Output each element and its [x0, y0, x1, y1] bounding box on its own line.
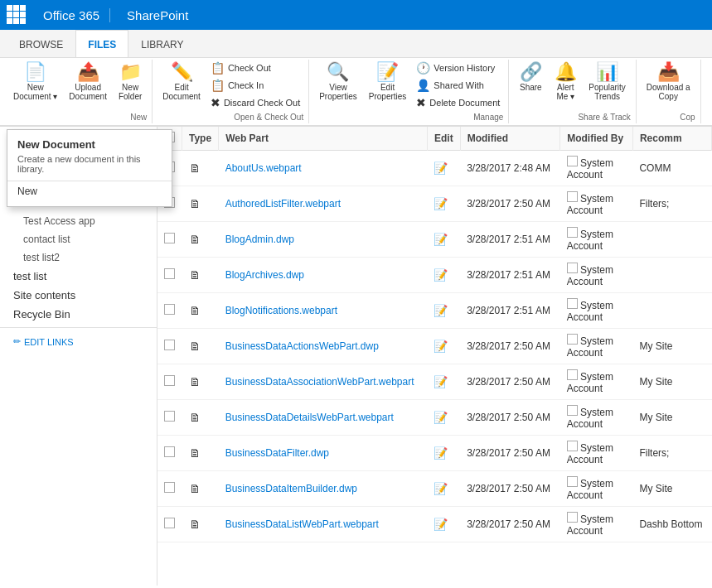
- ribbon-group-copies: 📥 Download aCopy Cop: [637, 60, 701, 123]
- row-modby-checkbox[interactable]: [567, 263, 578, 273]
- col-edit: Edit: [427, 127, 460, 151]
- version-history-button[interactable]: 🕐 Version History: [413, 60, 503, 76]
- upload-document-button[interactable]: 📤 UploadDocument: [64, 60, 112, 104]
- view-properties-button[interactable]: 🔍 ViewProperties: [314, 60, 362, 104]
- sidebar-item-test-list[interactable]: test list: [0, 267, 157, 286]
- ribbon-small-checkout: 📋 Check Out 📋 Check In ✖ Discard Check O…: [207, 60, 303, 111]
- row-name-cell: AuthoredListFilter.webpart: [219, 186, 428, 222]
- edit-links-button[interactable]: ✏ EDIT LINKS: [0, 331, 157, 352]
- row-edit-icon[interactable]: 📝: [433, 233, 448, 246]
- row-checkbox[interactable]: [164, 446, 175, 457]
- dropdown-item-new[interactable]: New: [7, 181, 172, 201]
- file-name-link[interactable]: BusinessDataDetailsWebPart.webpart: [225, 412, 394, 423]
- row-checkbox[interactable]: [164, 233, 175, 243]
- row-edit-icon[interactable]: 📝: [433, 197, 448, 210]
- download-copy-button[interactable]: 📥 Download aCopy: [642, 60, 695, 104]
- row-modby-checkbox[interactable]: [567, 476, 578, 487]
- col-webpart[interactable]: Web Part: [219, 127, 428, 151]
- row-edit-icon[interactable]: 📝: [433, 161, 448, 175]
- file-type-icon: 🗎: [189, 197, 201, 210]
- file-name-link[interactable]: AboutUs.webpart: [225, 162, 302, 174]
- edit-document-button[interactable]: ✏️ EditDocument: [157, 60, 206, 104]
- row-edit-icon[interactable]: 📝: [433, 375, 448, 388]
- file-name-link[interactable]: BusinessDataListWebPart.webpart: [225, 518, 379, 530]
- row-edit-icon[interactable]: 📝: [433, 518, 448, 531]
- new-document-button[interactable]: 📄 NewDocument ▾: [8, 60, 62, 104]
- file-name-link[interactable]: BlogAdmin.dwp: [225, 234, 294, 245]
- product-title[interactable]: Office 365: [33, 8, 110, 22]
- sidebar-item-site-contents[interactable]: Site contents: [0, 286, 157, 305]
- file-name-link[interactable]: AuthoredListFilter.webpart: [225, 198, 341, 210]
- row-modby-checkbox[interactable]: [567, 441, 578, 451]
- row-modified-cell: 3/28/2017 2:48 AM: [460, 151, 560, 186]
- file-type-icon: 🗎: [189, 340, 201, 353]
- tab-files[interactable]: FILES: [75, 30, 128, 57]
- tab-browse[interactable]: BROWSE: [7, 31, 75, 57]
- file-type-icon: 🗎: [189, 268, 201, 282]
- row-modby-checkbox[interactable]: [567, 191, 578, 202]
- row-modby-checkbox[interactable]: [567, 512, 578, 523]
- row-modified-cell: 3/28/2017 2:51 AM: [460, 222, 560, 258]
- row-modified-cell: 3/28/2017 2:50 AM: [460, 364, 560, 400]
- sidebar-item-test-access-app[interactable]: Test Access app: [0, 212, 157, 230]
- row-rec-cell: Dashb Bottom: [632, 507, 711, 542]
- new-folder-button[interactable]: 📁 NewFolder: [114, 60, 147, 104]
- row-modby-checkbox[interactable]: [567, 369, 578, 380]
- row-checkbox[interactable]: [164, 518, 175, 528]
- row-edit-icon[interactable]: 📝: [433, 340, 448, 353]
- col-modified-by[interactable]: Modified By: [560, 127, 633, 151]
- sidebar-item-test-list2[interactable]: test list2: [0, 248, 157, 267]
- row-edit-icon[interactable]: 📝: [433, 482, 448, 495]
- row-modby-checkbox[interactable]: [567, 405, 578, 416]
- popularity-trends-button[interactable]: 📊 PopularityTrends: [584, 60, 630, 104]
- version-history-label: Version History: [433, 63, 495, 73]
- discard-checkout-button[interactable]: ✖ Discard Check Out: [207, 94, 303, 111]
- row-checkbox[interactable]: [164, 482, 175, 493]
- edit-properties-button[interactable]: 📝 EditProperties: [364, 60, 412, 104]
- row-checkbox[interactable]: [164, 340, 175, 350]
- row-checkbox[interactable]: [164, 268, 175, 279]
- share-button[interactable]: 🔗 Share: [514, 60, 547, 95]
- file-name-link[interactable]: BusinessDataItemBuilder.dwp: [225, 483, 357, 494]
- row-name-cell: BusinessDataActionsWebPart.dwp: [219, 329, 428, 364]
- table-row: 🗎 BlogArchives.dwp 📝 3/28/2017 2:51 AM S…: [157, 258, 712, 293]
- row-modby-checkbox[interactable]: [567, 334, 578, 345]
- alert-me-button[interactable]: 🔔 AlertMe ▾: [549, 60, 582, 104]
- row-rec-cell: Filters;: [632, 436, 711, 471]
- row-edit-icon[interactable]: 📝: [433, 411, 448, 424]
- row-checkbox[interactable]: [164, 304, 175, 315]
- file-table: Type Web Part Edit Modified Modified By …: [157, 127, 712, 542]
- row-modified-by-cell: SystemAccount: [560, 436, 633, 471]
- row-edit-icon[interactable]: 📝: [433, 304, 448, 317]
- ribbon-group-copies-label: Cop: [680, 113, 695, 123]
- col-modified[interactable]: Modified: [460, 127, 560, 151]
- check-in-button[interactable]: 📋 Check In: [207, 77, 303, 94]
- row-modby-checkbox[interactable]: [567, 156, 578, 166]
- file-name-link[interactable]: BusinessDataFilter.dwp: [225, 447, 329, 459]
- shared-with-button[interactable]: 👤 Shared With: [413, 77, 503, 94]
- file-name-link[interactable]: BusinessDataActionsWebPart.dwp: [225, 340, 379, 352]
- file-name-link[interactable]: BlogNotifications.webpart: [225, 305, 337, 316]
- sidebar-item-contact-list[interactable]: contact list: [0, 230, 157, 248]
- app-grid-icon[interactable]: [7, 5, 27, 25]
- ribbon-checkout-buttons: ✏️ EditDocument 📋 Check Out 📋 Check In ✖…: [157, 60, 303, 111]
- ribbon-share-buttons: 🔗 Share 🔔 AlertMe ▾ 📊 PopularityTrends: [514, 60, 630, 111]
- delete-document-button[interactable]: ✖ Delete Document: [413, 94, 503, 111]
- row-type-cell: 🗎: [182, 471, 219, 507]
- row-modby-checkbox[interactable]: [567, 298, 578, 309]
- check-out-button[interactable]: 📋 Check Out: [207, 60, 303, 76]
- row-checkbox[interactable]: [164, 411, 175, 422]
- file-type-icon: 🗎: [189, 411, 201, 424]
- tab-library[interactable]: LIBRARY: [128, 31, 196, 57]
- row-rec-cell: My Site: [632, 400, 711, 436]
- dropdown-title: New Document: [7, 135, 172, 152]
- row-checkbox[interactable]: [164, 375, 175, 386]
- sidebar-item-recycle-bin[interactable]: Recycle Bin: [0, 305, 157, 324]
- row-edit-icon[interactable]: 📝: [433, 268, 448, 282]
- row-edit-icon[interactable]: 📝: [433, 446, 448, 460]
- row-modby-checkbox[interactable]: [567, 227, 578, 238]
- shared-with-icon: 👤: [416, 79, 430, 92]
- row-checkbox-cell: [157, 293, 182, 329]
- file-name-link[interactable]: BusinessDataAssociationWebPart.webpart: [225, 376, 414, 388]
- file-name-link[interactable]: BlogArchives.dwp: [225, 269, 304, 281]
